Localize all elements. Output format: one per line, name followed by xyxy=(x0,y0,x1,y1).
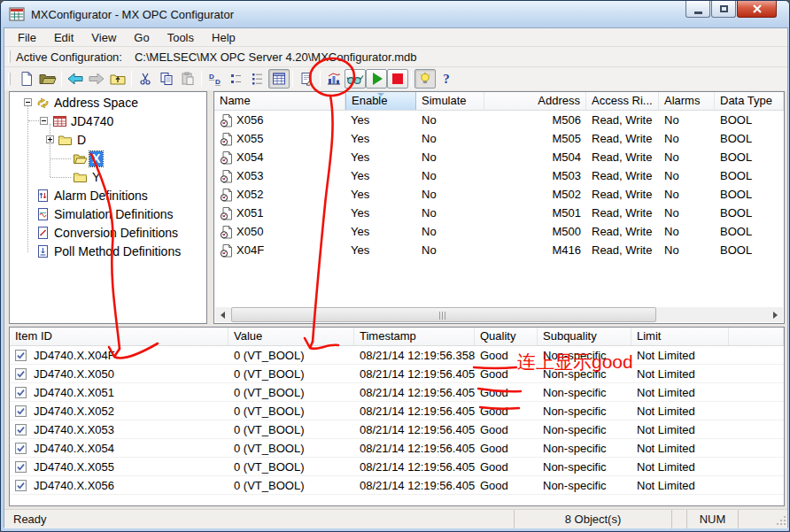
tag-row[interactable]: X054 Yes No M504 Read, Write No BOOL xyxy=(214,148,784,166)
tag-row[interactable]: X055 Yes No M505 Read, Write No BOOL xyxy=(214,129,784,148)
monitor-row[interactable]: JD4740.X.X055 0 (VT_BOOL) 08/21/14 12:19… xyxy=(10,458,784,476)
list-view-button[interactable] xyxy=(247,69,268,89)
checked-checkbox[interactable] xyxy=(15,350,27,361)
column-header-item-id[interactable]: Item ID xyxy=(10,328,228,345)
checked-checkbox[interactable] xyxy=(15,443,27,454)
tree-item-poll-method-definitions[interactable]: Poll Method Definitions xyxy=(10,243,206,261)
stop-runtime-button[interactable] xyxy=(387,69,408,89)
tag-row[interactable]: X04F Yes No M416 Read, Write No BOOL xyxy=(214,241,784,259)
tree-item-label[interactable]: JD4740 xyxy=(71,114,113,129)
tag-access-cell: Read, Write xyxy=(586,222,659,241)
monitor-row[interactable]: JD4740.X.X050 0 (VT_BOOL) 08/21/14 12:19… xyxy=(10,365,784,383)
collapse-expander-icon[interactable] xyxy=(24,98,32,106)
tree-item-label[interactable]: Conversion Definitions xyxy=(54,226,178,241)
back-button[interactable] xyxy=(65,69,86,89)
copy-button[interactable] xyxy=(156,69,177,89)
tag-address-cell: M502 xyxy=(484,185,586,204)
checked-checkbox[interactable] xyxy=(15,461,27,473)
checked-checkbox[interactable] xyxy=(15,387,27,398)
tag-row[interactable]: X051 Yes No M501 Read, Write No BOOL xyxy=(214,204,784,222)
column-header-alarms[interactable]: Alarms xyxy=(659,92,715,110)
tag-row[interactable]: X052 Yes No M502 Read, Write No BOOL xyxy=(214,185,784,204)
minimize-button[interactable] xyxy=(685,1,710,18)
maximize-button[interactable] xyxy=(711,1,736,18)
tree-item-label[interactable]: Address Space xyxy=(54,96,138,111)
monitor-row[interactable]: JD4740.X.X054 0 (VT_BOOL) 08/21/14 12:19… xyxy=(10,439,784,458)
checked-checkbox[interactable] xyxy=(15,405,27,417)
paste-button[interactable] xyxy=(177,69,198,89)
column-header-limit[interactable]: Limit xyxy=(631,328,729,345)
help-button[interactable] xyxy=(436,69,457,89)
new-document-button[interactable] xyxy=(16,69,37,89)
maximize-icon xyxy=(720,5,728,12)
tree-item-conversion-definitions[interactable]: Conversion Definitions xyxy=(10,224,206,243)
tree-item-label[interactable]: Simulation Definitions xyxy=(54,207,174,222)
tree-item-simulation-definitions[interactable]: Simulation Definitions xyxy=(10,205,206,224)
column-header-enable[interactable]: Enable xyxy=(345,92,416,110)
column-header-timestamp[interactable]: Timestamp xyxy=(354,328,475,345)
column-header-simulate[interactable]: Simulate xyxy=(416,92,484,110)
tag-address-cell: M416 xyxy=(484,241,586,259)
toolbar-gripper-2[interactable] xyxy=(8,73,11,85)
checked-checkbox[interactable] xyxy=(15,424,27,436)
scroll-right-button[interactable] xyxy=(768,307,783,322)
cut-button[interactable] xyxy=(135,69,156,89)
tree-item-alarm-definitions[interactable]: Alarm Definitions xyxy=(10,187,206,205)
horizontal-scrollbar[interactable] xyxy=(215,307,783,322)
tag-row[interactable]: X053 Yes No M503 Read, Write No BOOL xyxy=(214,166,784,185)
open-folder-button[interactable] xyxy=(37,69,58,89)
tag-name: X050 xyxy=(236,222,263,241)
statistics-button[interactable] xyxy=(323,69,345,89)
tree-item-label[interactable]: Poll Method Definitions xyxy=(54,244,181,259)
menu-help[interactable]: Help xyxy=(203,29,244,46)
checked-checkbox[interactable] xyxy=(15,368,27,380)
monitor-row[interactable]: JD4740.X.X056 0 (VT_BOOL) 08/21/14 12:19… xyxy=(10,476,784,495)
scrollbar-thumb[interactable] xyxy=(231,307,656,322)
checked-checkbox[interactable] xyxy=(15,480,27,491)
up-level-button[interactable] xyxy=(107,69,128,89)
small-icons-button[interactable] xyxy=(226,69,247,89)
column-header-access-rights[interactable]: Access Ri... xyxy=(586,92,659,110)
tree-item-label-selected[interactable]: X xyxy=(89,151,103,166)
menu-view[interactable]: View xyxy=(82,29,125,46)
forward-button[interactable] xyxy=(86,69,107,89)
properties-button[interactable] xyxy=(296,69,317,89)
column-header-subquality[interactable]: Subquality xyxy=(538,328,631,345)
panel-splitter[interactable] xyxy=(207,91,213,324)
tag-row[interactable]: X056 Yes No M506 Read, Write No BOOL xyxy=(214,111,784,129)
tag-row[interactable]: X050 Yes No M500 Read, Write No BOOL xyxy=(214,222,784,241)
tree-item-d[interactable]: D xyxy=(10,131,206,150)
resize-grip[interactable] xyxy=(775,510,787,528)
column-header-name[interactable]: Name xyxy=(214,92,345,110)
menu-edit[interactable]: Edit xyxy=(45,29,82,46)
column-header-value[interactable]: Value xyxy=(228,328,354,345)
collapse-expander-icon[interactable] xyxy=(40,117,48,125)
tree-item-x[interactable]: X xyxy=(10,150,206,168)
column-header-data-type[interactable]: Data Type xyxy=(715,92,784,110)
close-button[interactable] xyxy=(737,1,777,18)
tree-item-y[interactable]: Y xyxy=(10,168,206,187)
monitor-view-button[interactable] xyxy=(345,69,366,89)
menu-go[interactable]: Go xyxy=(125,29,158,46)
tree-item-label[interactable]: D xyxy=(77,133,86,148)
column-header-address[interactable]: Address xyxy=(484,92,586,110)
tree-item-jd4740[interactable]: JD4740 xyxy=(10,112,206,131)
menu-file[interactable]: File xyxy=(9,29,45,46)
monitor-row[interactable]: JD4740.X.X052 0 (VT_BOOL) 08/21/14 12:19… xyxy=(10,402,784,420)
tree-item-label[interactable]: Alarm Definitions xyxy=(54,189,148,204)
menu-tools[interactable]: Tools xyxy=(159,29,203,46)
tree-item-label[interactable]: Y xyxy=(92,170,100,185)
column-header-quality[interactable]: Quality xyxy=(475,328,538,345)
tag-alarms-cell: No xyxy=(659,129,715,148)
monitor-row[interactable]: JD4740.X.X053 0 (VT_BOOL) 08/21/14 12:19… xyxy=(10,420,784,439)
scroll-left-button[interactable] xyxy=(215,307,230,322)
tips-button[interactable] xyxy=(414,69,436,89)
start-runtime-button[interactable] xyxy=(366,69,387,89)
details-view-button[interactable] xyxy=(268,69,290,89)
monitor-row[interactable]: JD4740.X.X04F 0 (VT_BOOL) 08/21/14 12:19… xyxy=(10,346,784,365)
large-icons-button[interactable] xyxy=(205,69,226,89)
tree-item-address-space[interactable]: Address Space xyxy=(10,94,206,112)
monitor-row[interactable]: JD4740.X.X051 0 (VT_BOOL) 08/21/14 12:19… xyxy=(10,383,784,402)
toolbar-gripper[interactable] xyxy=(8,50,11,63)
expand-expander-icon[interactable] xyxy=(46,135,54,143)
